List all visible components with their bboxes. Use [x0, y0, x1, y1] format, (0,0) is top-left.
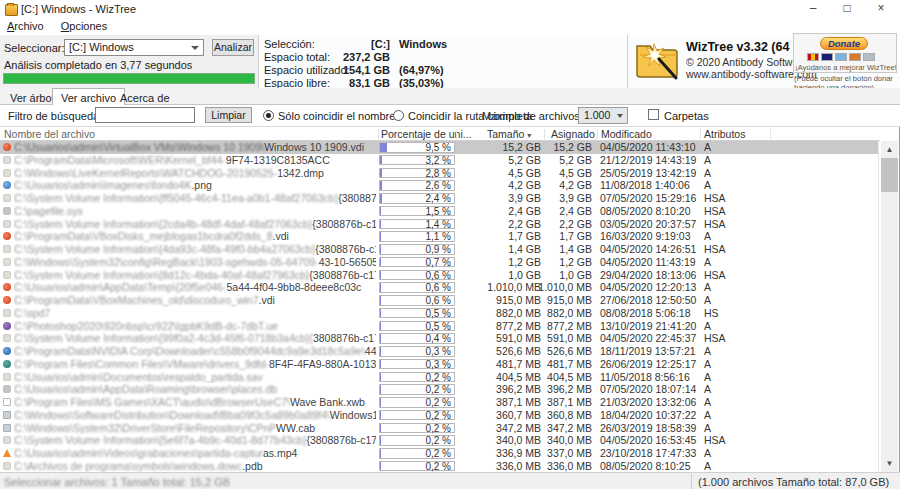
cell-size: 336,0 MB — [457, 460, 541, 472]
table-row[interactable]: C:\Windows\LiveKernelReports\WATCHDOG-20… — [0, 167, 879, 180]
cell-modified: 18/11/2019 13:57:21 — [600, 345, 704, 358]
table-row[interactable]: C:\ProgramData\VBoxMachines_old\discodur… — [0, 294, 879, 307]
column-header-percent[interactable]: Porcentaje de uni... — [381, 128, 471, 140]
table-row[interactable]: C:\Windows\SoftwareDistribution\Download… — [0, 409, 879, 422]
file-name: C:\pagefile.sys — [14, 205, 376, 218]
cell-size: 340,0 MB — [457, 434, 541, 447]
column-header-size[interactable]: Tamaño ▾ — [487, 128, 531, 140]
table-row[interactable]: C:\ProgramData\NVIDIA Corp\Downloader\c5… — [0, 345, 879, 358]
selection-label: Selección: — [264, 38, 315, 50]
cell-attributes: A — [704, 383, 711, 396]
table-row[interactable]: C:\System Volume Information\{2cda4b-48d… — [0, 218, 879, 231]
branding-panel: WizTree v3.32 (64 bit) © 2020 Antibody S… — [628, 35, 900, 88]
cell-modified: 03/05/2020 20:37:57 — [600, 218, 704, 231]
column-header-allocated[interactable]: Asignado — [551, 128, 593, 140]
cell-allocated: 360,8 MB — [533, 409, 592, 422]
cell-attributes: HSA — [704, 205, 726, 218]
table-row[interactable]: C:\Usuarios\admin\Documentos\respaldo_pa… — [0, 371, 879, 384]
table-row[interactable]: C:\Usuarios\admin\Videos\grabaciones\par… — [0, 447, 879, 460]
table-row[interactable]: C:\spd70,5 %882,0 MB882,0 MB08/08/2018 5… — [0, 307, 879, 320]
menu-opciones[interactable]: Opciones — [54, 18, 114, 32]
table-header: Nombre del archivo Porcentaje de uni... … — [0, 127, 880, 141]
max-files-dropdown[interactable]: 1.000 — [578, 107, 628, 124]
column-header-modified[interactable]: Modificado — [601, 128, 652, 140]
table-row[interactable]: C:\Windows\System32\config\RegBack\1903-… — [0, 256, 879, 269]
folders-checkbox[interactable] — [648, 109, 659, 120]
generic-file-icon — [3, 169, 11, 177]
table-row[interactable]: C:\ProgramData\VBoxDisks_mejblogas1bcdra… — [0, 230, 879, 243]
scroll-down-icon[interactable]: ▼ — [881, 455, 898, 472]
app-teal-file-icon — [3, 360, 11, 368]
clear-button[interactable]: Limpiar — [205, 107, 252, 123]
table-row[interactable]: C:\Program Files\Common Files\VMware\dri… — [0, 358, 879, 371]
tab-acerca-de[interactable]: Acerca de — [112, 91, 178, 106]
cell-attributes: A — [704, 371, 711, 384]
table-row[interactable]: C:\Program Files\MS Games\XACT\audio\dBr… — [0, 396, 879, 409]
radio-match-path[interactable] — [393, 110, 404, 121]
file-name: C:\Usuarios\admin\Imagenes\fondo4K.png — [14, 179, 376, 192]
close-button[interactable]: × — [864, 0, 898, 18]
percent-bar: 0,2 % — [379, 448, 455, 459]
radio-match-name-label[interactable]: Sólo coincidir el nombre — [278, 110, 395, 122]
scrollbar-thumb[interactable] — [881, 158, 898, 192]
table-row[interactable]: C:\pagefile.sys1,5 %2,4 GB2,4 GB08/05/20… — [0, 205, 879, 218]
cell-allocated: 404,5 MB — [533, 371, 592, 384]
table-row[interactable]: C:\Usuarios\admin\AppData\Temp\{20f5e046… — [0, 281, 879, 294]
cell-allocated: 1,4 GB — [533, 243, 592, 256]
status-divider — [691, 474, 692, 489]
status-bar: Seleccionar archivos: 1 Tamaño total: 15… — [0, 472, 900, 489]
file-name: C:\System Volume Information\{5e6f7a-4b9… — [14, 434, 376, 447]
column-header-name[interactable]: Nombre del archivo — [4, 128, 95, 140]
used-space-value: 154,1 GB — [324, 64, 390, 76]
cell-allocated: 1.010,0 MB — [533, 281, 592, 294]
status-selected-info: Seleccionar archivos: 1 Tamaño total: 15… — [4, 476, 230, 488]
radio-match-name[interactable] — [263, 110, 274, 121]
percent-bar: 0,2 % — [379, 410, 455, 421]
vertical-scrollbar[interactable]: ▲ ▼ — [881, 141, 898, 472]
percent-bar: 3,2 % — [379, 155, 455, 166]
analyze-button[interactable]: Analizar — [212, 39, 254, 56]
table-row[interactable]: C:\Usuarios\admin\VirtualBox VMs\Windows… — [0, 141, 879, 154]
filter-bar: Filtro de búsqueda: Limpiar Sólo coincid… — [0, 105, 900, 127]
donate-button[interactable]: Donate — [820, 37, 868, 50]
table-row[interactable]: C:\Usuarios\admin\Imagenes\fondo4K.png2,… — [0, 179, 879, 192]
tab-bar: Ver árbol Ver archivo Acerca de — [0, 88, 900, 105]
cell-allocated: 481,7 MB — [533, 358, 592, 371]
drive-dropdown[interactable]: [C:] Windows — [64, 39, 204, 56]
virtualbox-file-icon — [3, 143, 11, 151]
cell-attributes: A — [704, 141, 711, 154]
cell-allocated: 15,2 GB — [533, 141, 592, 154]
file-name: C:\System Volume Information\{2cda4b-48d… — [14, 218, 376, 231]
scan-controls: Seleccionar: [C:] Windows Analizar Análi… — [0, 35, 258, 88]
cell-size: 591,0 MB — [457, 332, 541, 345]
minimize-button[interactable]: – — [796, 0, 830, 18]
table-row[interactable]: C:\System Volume Information\{5e6f7a-4b9… — [0, 434, 879, 447]
percent-bar: 2,8 % — [379, 168, 455, 179]
cell-modified: 07/05/2020 15:29:16 — [600, 192, 704, 205]
table-row[interactable]: C:\Windows\System32\DriverStore\FileRepo… — [0, 422, 879, 435]
cell-allocated: 2,4 GB — [533, 205, 592, 218]
file-name: C:\ProgramData\NVIDIA Corp\Downloader\c5… — [14, 345, 376, 358]
cell-modified: 08/08/2018 5:06:18 — [600, 307, 704, 320]
table-row[interactable]: C:\Usuarios\admin\AppData\Roaming\browse… — [0, 383, 879, 396]
cell-size: 2,4 GB — [457, 205, 541, 218]
menu-archivo[interactable]: Archivo — [0, 18, 51, 32]
percent-bar: 0,2 % — [379, 372, 455, 383]
cell-size: 1,2 GB — [457, 256, 541, 269]
maximize-button[interactable]: □ — [830, 0, 864, 18]
table-row[interactable]: C:\System Volume Information\{ff5045-46c… — [0, 192, 879, 205]
table-row[interactable]: C:\System Volume Information\{8d12c-4bda… — [0, 269, 879, 282]
cell-size: 915,0 MB — [457, 294, 541, 307]
column-header-attributes[interactable]: Atributos — [704, 128, 745, 140]
drive-dropdown-value: [C:] Windows — [69, 41, 134, 53]
table-row[interactable]: C:\Photoshop2020\920nbsp\cr922\IgpbK9dB-… — [0, 320, 879, 333]
search-input[interactable] — [95, 107, 195, 123]
cell-attributes: A — [704, 358, 711, 371]
scroll-up-icon[interactable]: ▲ — [881, 141, 898, 158]
table-row[interactable]: C:\System Volume Information\{4da93c-48f… — [0, 243, 879, 256]
table-row[interactable]: C:\System Volume Information\{99f0a2-4c3… — [0, 332, 879, 345]
table-row[interactable]: C:\ProgramData\Microsoft\WER\Kernel_bf44… — [0, 154, 879, 167]
scan-progress-bar — [3, 73, 255, 84]
folders-label[interactable]: Carpetas — [664, 110, 709, 122]
table-row[interactable]: C:\Archivos de programa\symbols\windows.… — [0, 460, 879, 472]
